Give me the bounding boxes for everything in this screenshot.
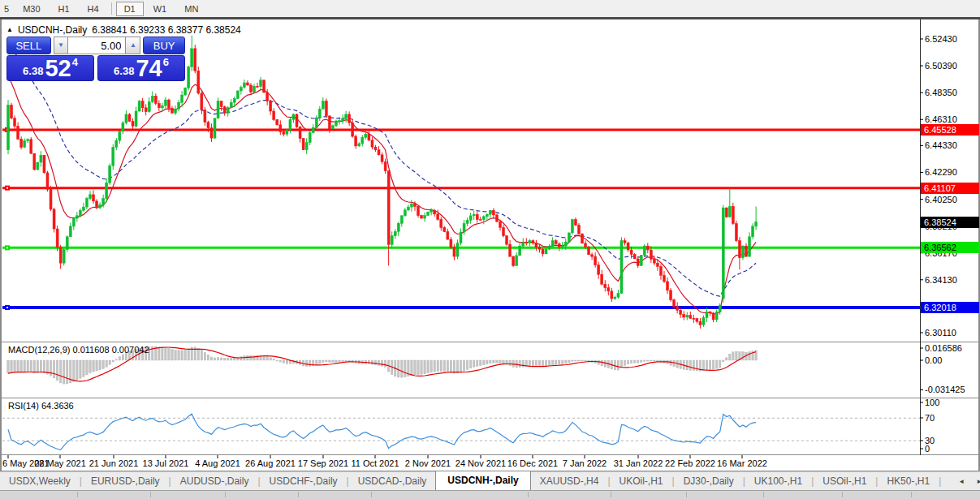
macd-indicator-label: MACD(12,26,9) 0.011608 0.007042 [8, 345, 149, 355]
horizontal-level-lines[interactable] [2, 127, 920, 310]
statusbar-mark [763, 492, 764, 497]
tab-dj30-daily[interactable]: DJ30-,Daily [675, 473, 743, 490]
tab-scroll-left-icon[interactable]: ◄ [952, 478, 970, 490]
statusbar-mark [225, 492, 226, 497]
date-tick-31-jan-2022: 31 Jan 2022 [614, 458, 663, 468]
chart-symbol-period: USDCNH-,Daily [18, 24, 87, 36]
macd-tick-0.016586: 0.016586 [925, 343, 962, 353]
timeframe-button-5[interactable]: 5 [0, 2, 13, 16]
statusbar-mark [77, 492, 78, 497]
moving-average-lines [8, 42, 756, 314]
timeframe-toolbar: 5M30H1H4D1W1MN [0, 0, 980, 17]
price-tick-6.50390: 6.50390 [925, 61, 957, 71]
macd-main-value: 0.011608 [72, 345, 109, 355]
chart-tab-bar: USDX,Weekly|EURUSD-,Daily|AUDUSD-,Daily|… [0, 471, 980, 490]
tab-separator: | [939, 475, 941, 490]
date-tick-26-aug-2021: 26 Aug 2021 [245, 458, 296, 468]
tab-usoil-h1[interactable]: USOil-,H1 [814, 473, 875, 490]
buy-price-prefix: 6.38 [114, 65, 134, 77]
timeframe-button-w1[interactable]: W1 [145, 2, 175, 16]
tab-uk100-h1[interactable]: UK100-,H1 [745, 473, 811, 490]
buy-button[interactable]: BUY [143, 37, 185, 54]
sell-price-sup: 4 [72, 56, 78, 68]
date-tick-22-feb-2022: 22 Feb 2022 [665, 458, 715, 468]
statusbar-mark [686, 492, 687, 497]
date-tick-21-jun-2021: 21 Jun 2021 [89, 458, 139, 468]
date-tick-11-oct-2021: 11 Oct 2021 [351, 458, 399, 468]
date-tick-2-nov-2021: 2 Nov 2021 [405, 458, 451, 468]
timeframe-button-h1[interactable]: H1 [50, 2, 78, 16]
statusbar-mark [842, 492, 843, 497]
tab-eurusd-daily[interactable]: EURUSD-,Daily [82, 473, 169, 490]
timeframe-button-h4[interactable]: H4 [80, 2, 107, 16]
date-tick-7-jan-2022: 7 Jan 2022 [563, 458, 607, 468]
date-tick-16-mar-2022: 16 Mar 2022 [717, 458, 767, 468]
one-click-trading-panel: SELL ▼ ▲ BUY 6.38 52 4 6.38 74 6 [6, 37, 185, 81]
sell-button[interactable]: SELL [6, 37, 51, 54]
sell-price-box[interactable]: 6.38 52 4 [6, 55, 94, 81]
price-tick-6.30110: 6.30110 [925, 328, 956, 338]
chart-ohlc-quotes: 6.38841 6.39233 6.38377 6.38524 [92, 24, 241, 36]
date-tick-16-dec-2021: 16 Dec 2021 [507, 458, 558, 468]
toolbar-separator [111, 2, 112, 15]
price-tick-6.34130: 6.34130 [925, 275, 957, 285]
rsi-line [8, 414, 756, 450]
volume-decrease-button[interactable]: ▼ [54, 37, 69, 54]
tab-usdx-weekly[interactable]: USDX,Weekly [0, 473, 80, 490]
buy-price-box[interactable]: 6.38 74 6 [97, 55, 185, 81]
tab-hk50-h1[interactable]: HK50-,H1 [878, 473, 939, 490]
sell-price-big: 52 [45, 58, 71, 80]
timeframe-button-mn[interactable]: MN [176, 2, 206, 16]
tab-xauusd-h4[interactable]: XAUUSD-,H4 [531, 473, 608, 490]
date-tick-28-may-2021: 28 May 2021 [34, 458, 86, 468]
current-price-label: 6.38524 [921, 217, 979, 228]
timeframe-button-m30[interactable]: M30 [15, 2, 48, 16]
buy-price-big: 74 [136, 58, 162, 80]
date-tick-24-nov-2021: 24 Nov 2021 [455, 458, 506, 468]
tab-ukoil-h1[interactable]: UKOil-,H1 [611, 473, 672, 490]
rsi-tick-100: 100 [925, 398, 939, 407]
price-tick-6.52430: 6.52430 [925, 34, 957, 44]
volume-input[interactable] [68, 37, 125, 54]
rsi-tick-0: 0 [925, 444, 930, 454]
macd-signal-value: 0.007042 [112, 345, 149, 355]
date-tick-4-aug-2021: 4 Aug 2021 [195, 458, 240, 468]
date-tick-13-jul-2021: 13 Jul 2021 [143, 458, 189, 468]
buy-price-sup: 6 [163, 56, 169, 68]
price-tick-6.40250: 6.40250 [925, 195, 957, 204]
tab-usdcad-daily[interactable]: USDCAD-,Daily [349, 473, 436, 490]
statusbar-mark [298, 492, 299, 497]
tab-usdcnh-daily[interactable]: USDCNH-,Daily [435, 471, 530, 490]
rsi-tick-70: 70 [925, 413, 935, 423]
macd-tick--0.031425: -0.031425 [925, 385, 965, 394]
tab-scroll-arrows: ◄► [952, 478, 980, 490]
statusbar-mark [528, 492, 529, 497]
sell-price-prefix: 6.38 [23, 65, 43, 77]
level-label-6.32018: 6.32018 [921, 302, 979, 313]
toolbar-divider [0, 17, 980, 19]
price-tick-6.46310: 6.46310 [925, 114, 957, 124]
tab-scroll-right-icon[interactable]: ► [970, 478, 980, 490]
price-tick-6.48350: 6.48350 [925, 88, 957, 97]
tab-usdchf-daily[interactable]: USDCHF-,Daily [261, 473, 347, 490]
volume-increase-button[interactable]: ▲ [125, 37, 140, 54]
level-label-6.45528: 6.45528 [921, 124, 979, 136]
level-label-6.36562: 6.36562 [921, 242, 979, 253]
tab-audusd-daily[interactable]: AUDUSD-,Daily [171, 473, 258, 490]
date-tick-17-sep-2021: 17 Sep 2021 [298, 458, 348, 468]
timeframe-button-d1[interactable]: D1 [116, 2, 144, 16]
statusbar-mark [371, 492, 372, 497]
status-bar [0, 490, 980, 499]
macd-tick-0.00: 0.00 [925, 355, 942, 365]
price-tick-6.44330: 6.44330 [925, 140, 957, 150]
statusbar-mark [611, 492, 611, 497]
level-label-6.41107: 6.41107 [921, 183, 979, 194]
chart-title: ▲ USDCNH-,Daily 6.38841 6.39233 6.38377 … [6, 24, 241, 36]
rsi-indicator-label: RSI(14) 64.3636 [8, 401, 74, 411]
mt4-terminal: 5M30H1H4D1W1MN ▲ USDCNH-,Daily 6.38841 6… [0, 0, 980, 499]
statusbar-mark [150, 492, 151, 497]
one-click-collapse-icon[interactable]: ▲ [6, 26, 13, 34]
statusbar-mark [911, 492, 912, 497]
rsi-value: 64.3636 [41, 401, 74, 411]
chart-window-frame [0, 19, 980, 471]
